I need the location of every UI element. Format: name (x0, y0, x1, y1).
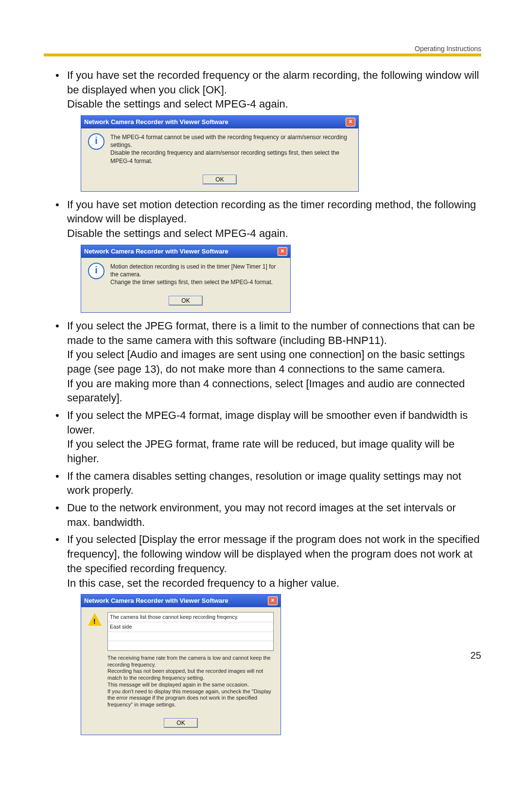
list-item: If you select the JPEG format, there is … (53, 319, 481, 405)
dialog-frequency-error: Network Camera Recorder with Viewer Soft… (81, 594, 281, 735)
page-number: 25 (471, 650, 481, 661)
header-label: Operating Instructions (415, 45, 481, 53)
close-icon[interactable]: × (346, 118, 355, 126)
list-item: If you select the MPEG-4 format, image d… (53, 408, 481, 466)
bullet-text: Disable the settings and select MPEG-4 a… (67, 227, 288, 239)
header-rule (44, 54, 481, 56)
bullet-text: If you have set the recorded frequency o… (67, 69, 479, 96)
dialog-note: This message will be displayed again in … (107, 682, 249, 687)
bullet-text: If you have set motion detection recordi… (67, 198, 476, 225)
dialog-note: The receiving frame rate from the camera… (107, 655, 271, 668)
dialog-note: If you don't need to display this messag… (107, 688, 271, 708)
dialog-titlebar: Network Camera Recorder with Viewer Soft… (81, 116, 358, 128)
dialog-message: Disable the recording frequency and alar… (110, 149, 339, 164)
dialog-titlebar: Network Camera Recorder with Viewer Soft… (81, 245, 290, 258)
bullet-text: If you select the JPEG format, there is … (67, 320, 475, 346)
dialog-message: Motion detection recording is used in th… (110, 263, 276, 278)
dialog-note: Recording has not been stopped, but the … (107, 668, 263, 681)
bullet-text: If you select the JPEG format, frame rat… (67, 438, 455, 465)
bullet-text: If you are making more than 4 connection… (67, 378, 465, 404)
dialog-message: The MPEG-4 format cannot be used with th… (110, 134, 347, 148)
bullet-text: Disable the settings and select MPEG-4 a… (67, 98, 288, 110)
info-icon: i (88, 133, 105, 150)
close-icon[interactable]: × (278, 247, 287, 256)
list-item: If you have set the recorded frequency o… (53, 68, 481, 192)
bullet-text: If you select [Audio and images are sent… (67, 348, 465, 375)
bullet-text: If you selected [Display the error messa… (67, 533, 480, 574)
bullet-list: If you have set the recorded frequency o… (53, 68, 481, 735)
dialog-title: Network Camera Recorder with Viewer Soft… (84, 596, 228, 605)
dialog-message: Change the timer settings first, then se… (110, 279, 273, 286)
list-row (108, 641, 273, 650)
warning-icon (88, 613, 102, 626)
camera-list: The camera list those cannot keep record… (107, 612, 274, 651)
bullet-text: If the camera disables setting changes, … (67, 470, 461, 497)
list-item: Due to the network environment, you may … (53, 501, 481, 529)
list-row (108, 632, 273, 641)
ok-button[interactable]: OK (169, 296, 202, 305)
dialog-titlebar: Network Camera Recorder with Viewer Soft… (81, 595, 280, 607)
dialog-mpeg4-alarm: Network Camera Recorder with Viewer Soft… (81, 115, 359, 191)
ok-button[interactable]: OK (203, 175, 236, 184)
bullet-text: Due to the network environment, you may … (67, 502, 456, 528)
list-item: If you have set motion detection recordi… (53, 198, 481, 313)
dialog-title: Network Camera Recorder with Viewer Soft… (84, 247, 228, 256)
list-item: If you selected [Display the error messa… (53, 532, 481, 735)
list-row: East side (108, 622, 273, 632)
list-item: If the camera disables setting changes, … (53, 469, 481, 498)
ok-button[interactable]: OK (164, 719, 197, 727)
bullet-text: In this case, set the recorded frequency… (67, 577, 339, 589)
dialog-title: Network Camera Recorder with Viewer Soft… (84, 118, 228, 126)
dialog-motion-detection: Network Camera Recorder with Viewer Soft… (81, 245, 291, 313)
bullet-text: If you select the MPEG-4 format, image d… (67, 409, 468, 436)
list-header: The camera list those cannot keep record… (108, 613, 273, 622)
close-icon[interactable]: × (268, 596, 278, 605)
info-icon: i (88, 263, 105, 279)
